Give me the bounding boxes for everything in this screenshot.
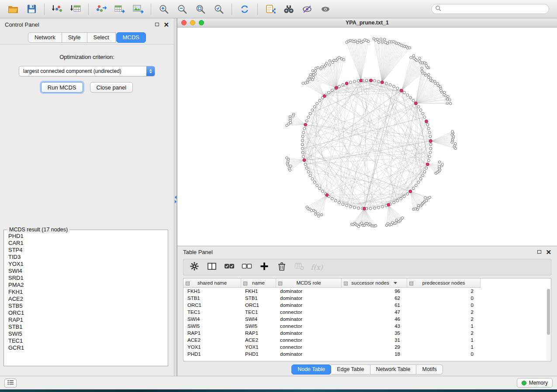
table-cell: 35 <box>342 330 407 336</box>
network-canvas[interactable] <box>177 28 557 246</box>
mcds-result-item[interactable]: FKH1 <box>5 289 167 296</box>
table-row[interactable]: STB1STB1dominator620 <box>183 295 551 302</box>
table-row[interactable]: TEC1TEC1connector472 <box>183 309 551 316</box>
mcds-result-item[interactable]: SWI5 <box>5 330 167 337</box>
zoom-in-button[interactable] <box>155 2 173 17</box>
mcds-result-item[interactable]: YOX1 <box>5 261 167 268</box>
column-label: successor nodes <box>351 280 389 285</box>
column-header-predecessor-nodes[interactable]: predecessor nodes <box>407 279 481 288</box>
table-row[interactable]: FKH1FKH1dominator962 <box>183 288 551 295</box>
close-table-panel-icon[interactable]: ✕ <box>546 249 551 255</box>
column-grid-icon <box>243 281 247 286</box>
export-table-button[interactable] <box>111 2 128 17</box>
close-panel-icon[interactable]: ✕ <box>163 21 169 28</box>
mcds-result-item[interactable]: SWI4 <box>5 268 167 275</box>
criterion-select[interactable]: largest connected component (undirected) <box>19 66 155 76</box>
table-row[interactable]: ORC1ORC1dominator610 <box>183 302 551 309</box>
network-window-title: YPA_prune.txt_1 <box>177 20 557 26</box>
network-window-titlebar[interactable]: YPA_prune.txt_1 <box>177 18 557 28</box>
table-panel-title: Table Panel <box>183 249 213 255</box>
table-panel-header: Table Panel ✕ <box>177 246 557 258</box>
float-panel-icon[interactable] <box>155 23 159 26</box>
clone-network-button[interactable] <box>262 2 279 17</box>
table-row[interactable]: ACE2ACE2connector311 <box>183 337 551 344</box>
memory-button-label: Memory <box>529 380 548 386</box>
column-header-shared-name[interactable]: shared name <box>183 279 241 288</box>
tab-network-table[interactable]: Network Table <box>370 364 417 375</box>
close-panel-button[interactable]: Close panel <box>90 82 133 93</box>
open-session-button[interactable] <box>4 2 22 17</box>
import-table-button[interactable] <box>67 2 84 17</box>
deselect-all-button[interactable] <box>239 261 254 274</box>
tab-mcds[interactable]: MCDS <box>116 32 146 43</box>
zoom-out-button[interactable] <box>173 2 191 17</box>
table-cell: 96 <box>342 289 407 294</box>
column-header-MCDS-role[interactable]: MCDS role <box>276 279 342 288</box>
network-graph[interactable] <box>177 28 557 246</box>
delete-row-button[interactable] <box>274 261 289 274</box>
tab-motifs[interactable]: Motifs <box>416 364 443 375</box>
tab-select[interactable]: Select <box>87 32 116 43</box>
table-cell: SWI5 <box>183 323 241 329</box>
float-table-panel-icon[interactable] <box>537 250 541 254</box>
tab-node-table[interactable]: Node Table <box>291 364 331 375</box>
mcds-result-item[interactable]: TID3 <box>5 254 167 261</box>
mcds-result-item[interactable]: CAR1 <box>5 240 167 247</box>
import-network-button[interactable] <box>48 2 66 17</box>
column-layout-button[interactable] <box>204 261 219 274</box>
table-cell: 2 <box>407 330 481 336</box>
search-input[interactable] <box>443 6 545 12</box>
zoom-fit-icon <box>195 4 206 14</box>
mcds-result-item[interactable]: STB5 <box>5 303 167 309</box>
save-session-button[interactable] <box>23 2 40 17</box>
table-scrollbar[interactable] <box>547 288 550 361</box>
refresh-layout-button[interactable] <box>236 2 253 17</box>
mcds-result-item[interactable]: GCR1 <box>5 344 167 351</box>
zoom-fit-button[interactable] <box>192 2 209 17</box>
add-row-button[interactable] <box>257 261 272 274</box>
table-row[interactable]: SWI5SWI5connector431 <box>183 323 551 330</box>
mcds-result-item[interactable]: STP4 <box>5 247 167 254</box>
table-row[interactable]: PHD1PHD1dominator180 <box>183 351 551 358</box>
mcds-result-item[interactable]: ORC1 <box>5 309 167 316</box>
tab-network[interactable]: Network <box>28 32 62 43</box>
column-header-name[interactable]: name <box>241 279 276 288</box>
select-all-button[interactable] <box>222 261 237 274</box>
settings-button[interactable] <box>187 261 202 274</box>
table-cell: dominator <box>276 330 342 336</box>
export-network-button[interactable] <box>93 2 110 17</box>
find-button[interactable] <box>280 2 298 17</box>
table-row[interactable]: SWI4SWI4dominator462 <box>183 316 551 323</box>
mcds-result-item[interactable]: RAP1 <box>5 316 167 323</box>
save-session-icon <box>27 4 37 14</box>
panel-splitter[interactable] <box>174 18 177 376</box>
table-scrollbar-thumb[interactable] <box>547 289 550 335</box>
toolbar-divider <box>88 3 89 15</box>
table-cell: TEC1 <box>241 309 276 315</box>
task-history-button[interactable] <box>4 378 17 388</box>
tab-style[interactable]: Style <box>62 32 87 43</box>
mcds-result-item[interactable]: PMA2 <box>5 282 167 289</box>
zoom-in-icon <box>159 4 169 14</box>
column-header-successor-nodes[interactable]: successor nodes <box>342 279 407 288</box>
mcds-result-item[interactable]: STB1 <box>5 323 167 330</box>
mcds-result-item[interactable]: SRD1 <box>5 275 167 282</box>
zoom-selected-button[interactable] <box>210 2 228 17</box>
function-builder-icon: f(x) <box>311 263 322 272</box>
search-box[interactable] <box>431 4 549 14</box>
table-row[interactable]: RAP1RAP1dominator352 <box>183 330 551 337</box>
mcds-result-item[interactable]: PHD1 <box>5 233 167 240</box>
table-row[interactable]: YOX1YOX1connector291 <box>183 344 551 351</box>
mcds-result-item[interactable]: ACE2 <box>5 296 167 303</box>
main-toolbar <box>0 0 557 18</box>
clone-network-icon <box>265 4 276 14</box>
mcds-result-list[interactable]: PHD1CAR1STP4TID3YOX1SWI4SRD1PMA2FKH1ACE2… <box>5 233 167 365</box>
run-mcds-button[interactable]: Run MCDS <box>41 82 83 93</box>
show-all-button[interactable] <box>317 2 334 17</box>
splitter-collapse-icon[interactable] <box>174 196 176 203</box>
memory-button[interactable]: Memory <box>517 378 553 388</box>
mcds-result-item[interactable]: TEC1 <box>5 337 167 344</box>
hide-selected-button[interactable] <box>298 2 316 17</box>
export-image-button[interactable] <box>129 2 147 17</box>
tab-edge-table[interactable]: Edge Table <box>331 364 370 375</box>
